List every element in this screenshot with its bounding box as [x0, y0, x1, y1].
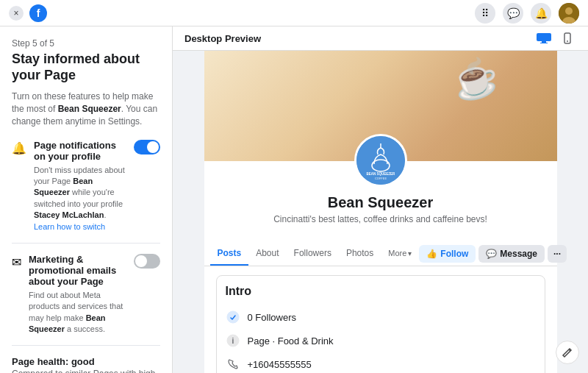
- svg-rect-4: [542, 41, 546, 43]
- category-item: i Page · Food & Drink: [226, 329, 536, 352]
- intro-card: Intro 0 Followers i Page · Food & Drink: [216, 275, 545, 373]
- page-name: Bean Squeezer: [216, 194, 545, 211]
- page-health-desc: Compared to similar Pages with high enga…: [12, 369, 160, 373]
- notification-toggle[interactable]: [134, 140, 160, 154]
- phone-number: +16045555555: [248, 359, 312, 370]
- facebook-logo: f: [29, 4, 47, 22]
- message-button[interactable]: 💬 Message: [478, 245, 545, 263]
- svg-point-13: [227, 311, 239, 323]
- marketing-setting: ✉ Marketing & promotional emails about y…: [12, 254, 160, 347]
- tab-photos[interactable]: Photos: [339, 242, 381, 266]
- svg-point-1: [565, 7, 573, 15]
- tab-about[interactable]: About: [248, 242, 286, 266]
- messenger-icon[interactable]: 💬: [503, 3, 523, 24]
- coffee-decoration: ☕: [448, 53, 503, 106]
- top-navigation: × f ⠿ 💬 🔔: [0, 0, 588, 26]
- main-layout: Step 5 of 5 Stay informed about your Pag…: [0, 26, 588, 373]
- page-action-buttons: 👍 Follow 💬 Message ···: [419, 245, 567, 263]
- page-logo: BEAN SQUEEZER COFFEE: [354, 134, 407, 187]
- marketing-content: Marketing & promotional emails about you…: [29, 254, 126, 335]
- page-health: Page health: good Compared to similar Pa…: [12, 356, 160, 373]
- step-desc-brand: Bean Squeezer: [58, 104, 121, 114]
- svg-rect-3: [537, 33, 551, 41]
- desktop-view-icon[interactable]: [535, 32, 553, 44]
- nav-right: ⠿ 💬 🔔: [475, 3, 579, 24]
- intro-title: Intro: [226, 285, 536, 298]
- notification-desc: Don't miss updates about your Page Bean …: [34, 165, 126, 232]
- info-icon: i: [226, 333, 240, 348]
- step-description: Turn on these features to help make the …: [12, 90, 160, 127]
- notifications-icon[interactable]: 🔔: [531, 3, 551, 24]
- mobile-view-icon[interactable]: [559, 32, 576, 44]
- tab-posts[interactable]: Posts: [210, 242, 249, 266]
- notification-title: Page notifications on your profile: [34, 140, 126, 162]
- message-icon: 💬: [486, 249, 497, 259]
- marketing-title: Marketing & promotional emails about you…: [29, 254, 126, 287]
- chevron-down-icon: ▾: [408, 249, 412, 257]
- page-health-title: Page health: good: [12, 356, 160, 367]
- notification-setting: 🔔 Page notifications on your profile Don…: [12, 140, 160, 244]
- svg-text:BEAN SQUEEZER: BEAN SQUEEZER: [366, 172, 395, 176]
- facebook-page-preview: ☕ BEAN SQUEEZER COFFEE: [204, 51, 557, 373]
- svg-rect-6: [564, 33, 570, 43]
- followers-icon: [226, 310, 240, 324]
- marketing-desc: Find out about Meta products and service…: [29, 290, 126, 335]
- preview-content: ☕ BEAN SQUEEZER COFFEE: [173, 51, 588, 373]
- phone-item: +16045555555: [226, 352, 536, 373]
- email-icon: ✉: [12, 255, 21, 269]
- learn-how-link[interactable]: Learn how to switch: [34, 222, 105, 231]
- step-title: Stay informed about your Page: [12, 51, 160, 83]
- more-actions-button[interactable]: ···: [548, 245, 567, 263]
- cover-photo: ☕ BEAN SQUEEZER COFFEE: [204, 51, 557, 161]
- step-label: Step 5 of 5: [12, 38, 160, 49]
- preview-header: Desktop Preview: [173, 26, 588, 51]
- nav-left: × f: [9, 4, 47, 22]
- followers-item: 0 Followers: [226, 305, 536, 329]
- svg-text:COFFEE: COFFEE: [374, 177, 387, 180]
- left-panel: Step 5 of 5 Stay informed about your Pag…: [0, 26, 173, 373]
- page-tagline: Cincinatti's best lattes, coffee drinks …: [216, 214, 545, 224]
- category-text: Page · Food & Drink: [248, 335, 334, 347]
- svg-text:i: i: [232, 337, 234, 345]
- intro-section: Intro 0 Followers i Page · Food & Drink: [204, 266, 557, 373]
- tab-followers[interactable]: Followers: [287, 242, 339, 266]
- tab-more[interactable]: More ▾: [381, 243, 419, 265]
- user-avatar[interactable]: [559, 3, 579, 24]
- phone-icon: [226, 357, 240, 372]
- marketing-toggle[interactable]: [134, 254, 160, 269]
- follow-button[interactable]: 👍 Follow: [419, 245, 476, 263]
- close-button[interactable]: ×: [9, 6, 24, 21]
- edit-float-button[interactable]: [556, 341, 579, 364]
- right-panel: Desktop Preview ☕: [173, 26, 588, 373]
- bell-icon: 🔔: [12, 141, 26, 155]
- svg-rect-5: [540, 43, 548, 43]
- notification-content: Page notifications on your profile Don't…: [34, 140, 126, 232]
- grid-icon[interactable]: ⠿: [475, 3, 495, 24]
- followers-count: 0 Followers: [248, 312, 296, 323]
- preview-title: Desktop Preview: [184, 33, 261, 44]
- preview-view-toggles: [535, 32, 576, 44]
- page-tabs: Posts About Followers Photos More ▾ 👍 Fo…: [204, 242, 557, 266]
- follow-icon: 👍: [426, 249, 437, 259]
